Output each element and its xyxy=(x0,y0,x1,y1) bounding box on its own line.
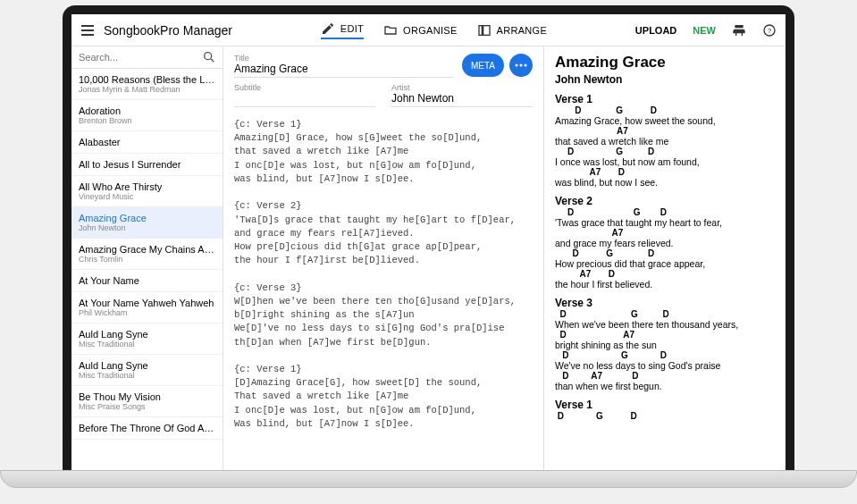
preview-pane: Amazing Grace John Newton Verse 1 D G DA… xyxy=(544,46,786,470)
app-title: SongbookPro Manager xyxy=(104,23,232,38)
lyric-line: 'Twas grace that taught my heart to fear… xyxy=(555,217,775,228)
svg-point-7 xyxy=(520,64,523,67)
song-title: Before The Throne Of God Ab… xyxy=(79,423,215,433)
list-item[interactable]: Be Thou My VisionMisc Praise Songs xyxy=(71,386,223,417)
section-label: Verse 2 xyxy=(555,195,775,207)
song-title: Auld Lang Syne xyxy=(79,329,215,340)
section-label: Verse 3 xyxy=(555,297,775,309)
lyric-line: I once was lost, but now am found, xyxy=(555,156,775,167)
laptop-base xyxy=(0,470,857,488)
tab-organise[interactable]: ORGANISE xyxy=(383,23,457,38)
menu-icon[interactable] xyxy=(80,23,95,38)
print-icon[interactable] xyxy=(732,23,746,38)
preview-section: Verse 2 D G D'Twas grace that taught my … xyxy=(555,195,775,290)
list-item[interactable]: Auld Lang SyneMisc Traditional xyxy=(71,323,223,355)
chord-line: D A7 xyxy=(555,330,775,340)
chord-line: A7 D xyxy=(555,269,775,279)
lyric-line: than when we first begun. xyxy=(555,381,775,391)
tab-arrange[interactable]: ARRANGE xyxy=(477,23,548,38)
tab-edit-label: EDIT xyxy=(340,23,364,34)
chord-line: D G D xyxy=(555,105,775,115)
list-item[interactable]: All to Jesus I Surrender xyxy=(71,154,223,176)
chord-line: D G D xyxy=(555,147,775,156)
list-item[interactable]: At Your Name xyxy=(71,270,223,292)
list-item[interactable]: Amazing Grace My Chains Ar…Chris Tomlin xyxy=(71,239,223,270)
song-title: Amazing Grace My Chains Ar… xyxy=(79,244,215,255)
song-subtitle: Misc Traditional xyxy=(79,340,215,349)
preview-section: Verse 3 D G DWhen we've been there ten t… xyxy=(555,297,775,391)
chordpro-editor[interactable]: {c: Verse 1} Amazing[D] Grace, how s[G]w… xyxy=(234,118,533,463)
arrange-icon xyxy=(477,23,492,38)
section-label: Verse 1 xyxy=(555,93,775,105)
song-title: Amazing Grace xyxy=(79,213,215,223)
folder-icon xyxy=(383,23,398,38)
upload-button[interactable]: UPLOAD xyxy=(635,25,676,36)
svg-rect-1 xyxy=(483,25,489,35)
lyric-line: Amazing Grace, how sweet the sound, xyxy=(555,115,775,126)
svg-text:?: ? xyxy=(768,26,772,34)
song-title: Alabaster xyxy=(79,137,215,147)
list-item[interactable]: Auld Lang SyneMisc Traditional xyxy=(71,355,223,386)
song-subtitle: Jonas Myrin & Matt Redman xyxy=(79,85,215,94)
song-subtitle: Vineyard Music xyxy=(79,192,215,201)
subtitle-field[interactable]: Subtitle xyxy=(234,83,375,107)
list-item[interactable]: 10,000 Reasons (Bless the L…Jonas Myrin … xyxy=(71,69,223,100)
song-title: All to Jesus I Surrender xyxy=(79,159,215,170)
svg-point-8 xyxy=(525,64,527,67)
top-bar: SongbookPro Manager EDIT ORGANISE ARRANG… xyxy=(71,14,786,46)
section-label: Verse 1 xyxy=(555,399,775,411)
list-item[interactable]: AdorationBrenton Brown xyxy=(71,100,223,131)
list-item[interactable]: Amazing GraceJohn Newton xyxy=(71,207,223,239)
lyric-line: bright shining as the sun xyxy=(555,340,775,350)
lyric-line: that saved a wretch like me xyxy=(555,136,775,147)
preview-artist: John Newton xyxy=(555,73,775,86)
tab-edit[interactable]: EDIT xyxy=(321,21,364,39)
chord-line: A7 xyxy=(555,228,775,238)
list-item[interactable]: Before The Throne Of God Ab… xyxy=(71,417,223,440)
tab-arrange-label: ARRANGE xyxy=(497,25,548,36)
meta-button[interactable]: META xyxy=(462,54,504,77)
svg-line-5 xyxy=(211,59,214,62)
list-item[interactable]: All Who Are ThirstyVineyard Music xyxy=(71,176,223,207)
song-subtitle: Phil Wickham xyxy=(79,308,215,317)
lyric-line: the hour I first believed. xyxy=(555,279,775,290)
song-title: Adoration xyxy=(79,105,215,116)
song-title: At Your Name xyxy=(79,275,215,286)
chord-line: D A7 D xyxy=(555,371,775,381)
song-subtitle: Misc Praise Songs xyxy=(79,402,215,411)
lyric-line: and grace my fears relieved. xyxy=(555,238,775,248)
title-field[interactable]: Title Amazing Grace xyxy=(234,54,453,78)
chord-line: D G D xyxy=(555,207,775,217)
editor-pane: Title Amazing Grace META Subtitle xyxy=(223,46,544,470)
chord-line: A7 D xyxy=(555,167,775,177)
song-subtitle: Brenton Brown xyxy=(79,116,215,125)
song-list-sidebar: 10,000 Reasons (Bless the L…Jonas Myrin … xyxy=(71,46,223,470)
subtitle-value[interactable] xyxy=(234,92,375,105)
new-button[interactable]: NEW xyxy=(693,25,716,36)
artist-label: Artist xyxy=(391,83,533,92)
chord-line: D G D xyxy=(555,309,775,319)
song-title: Be Thou My Vision xyxy=(79,391,215,402)
tab-organise-label: ORGANISE xyxy=(403,25,457,36)
subtitle-label: Subtitle xyxy=(234,83,375,92)
preview-section: Verse 1 D G DAmazing Grace, how sweet th… xyxy=(555,93,775,188)
chord-line: A7 xyxy=(555,126,775,136)
artist-field[interactable]: Artist John Newton xyxy=(391,83,533,107)
lyric-line: was blind, but now I see. xyxy=(555,177,775,188)
artist-value[interactable]: John Newton xyxy=(391,92,533,105)
search-input[interactable] xyxy=(79,52,202,63)
list-item[interactable]: At Your Name Yahweh YahwehPhil Wickham xyxy=(71,292,223,323)
song-title: Auld Lang Syne xyxy=(79,360,215,371)
lyric-line: When we've been there ten thousand years… xyxy=(555,319,775,330)
title-value[interactable]: Amazing Grace xyxy=(234,63,453,75)
song-title: At Your Name Yahweh Yahweh xyxy=(79,298,215,308)
search-icon[interactable] xyxy=(202,50,216,64)
preview-title: Amazing Grace xyxy=(555,54,775,71)
lyric-line: How precious did that grace appear, xyxy=(555,258,775,269)
song-subtitle: John Newton xyxy=(79,223,215,232)
svg-point-6 xyxy=(516,64,518,67)
list-item[interactable]: Alabaster xyxy=(71,131,223,154)
help-icon[interactable]: ? xyxy=(762,23,777,38)
more-button[interactable] xyxy=(509,54,533,77)
song-title: All Who Are Thirsty xyxy=(79,181,215,192)
